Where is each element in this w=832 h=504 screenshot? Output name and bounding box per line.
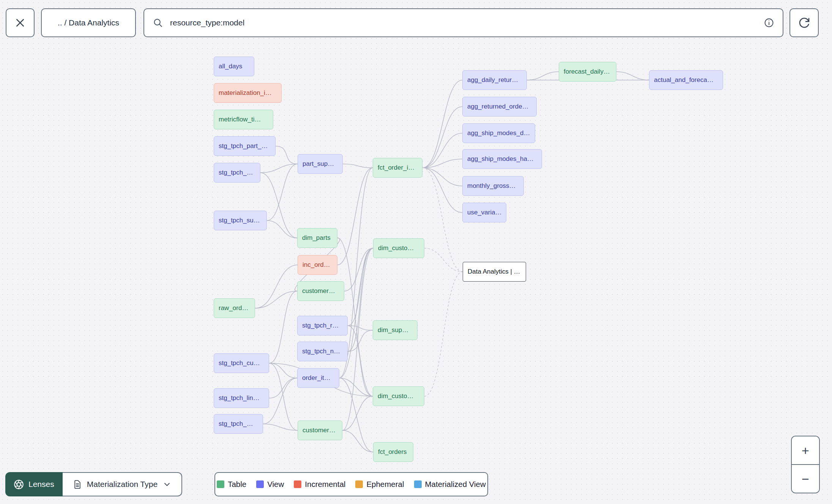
graph-node-stg_tpch_a[interactable]: stg_tpch_…: [214, 163, 260, 183]
edge-stg_tpch_su-to-part_sup: [267, 164, 298, 220]
edge-stg_tpch_cu-to-customer_b: [269, 363, 298, 430]
edge-part_sup-to-fct_order_i: [343, 164, 373, 168]
legend-label: Incremental: [305, 480, 345, 489]
zoom-in-button[interactable]: +: [792, 436, 819, 465]
lens-selected-label: Materialization Type: [87, 480, 158, 489]
graph-node-dim_custo_a[interactable]: dim_custo…: [373, 238, 424, 258]
graph-node-stg_tpch_lin[interactable]: stg_tpch_lin…: [214, 388, 269, 408]
legend-item-table: Table: [217, 480, 246, 489]
edge-fct_order_i-to-use_varia: [422, 168, 462, 213]
edge-stg_tpch_part-to-part_sup: [276, 146, 298, 164]
graph-node-raw_ord[interactable]: raw_ord…: [214, 298, 255, 318]
legend-item-view: View: [256, 480, 284, 489]
legend-item-incremental: Incremental: [294, 480, 345, 489]
legend: TableViewIncrementalEphemeralMaterialize…: [214, 472, 488, 496]
lens-selector[interactable]: Materialization Type: [63, 472, 182, 496]
legend-label: Table: [228, 480, 246, 489]
legend-item-ephemeral: Ephemeral: [355, 480, 404, 489]
edge-fct_order_i-to-exposure_node: [422, 168, 463, 272]
chevron-down-icon: [162, 480, 172, 489]
zoom-controls: + −: [791, 436, 820, 493]
edge-stg_tpch_su-to-dim_parts: [267, 220, 297, 238]
graph-node-inc_ord[interactable]: inc_ord…: [298, 255, 337, 275]
document-icon: [72, 480, 82, 489]
legend-swatch: [294, 480, 301, 488]
graph-node-customer_b[interactable]: customer…: [298, 421, 342, 440]
edge-stg_tpch_n-to-dim_sup: [348, 330, 373, 351]
graph-node-use_varia[interactable]: use_varia…: [462, 203, 506, 222]
legend-label: Materialized View: [425, 480, 486, 489]
legend-label: View: [267, 480, 284, 489]
graph-node-stg_tpch_n[interactable]: stg_tpch_n…: [297, 342, 348, 361]
graph-node-agg_returned[interactable]: agg_returned_orde…: [462, 97, 537, 117]
edge-agg_daily-to-forecast_daily: [527, 72, 559, 80]
edge-fct_order_i-to-monthly_gross: [422, 168, 462, 186]
legend-item-materialized-view: Materialized View: [414, 480, 486, 489]
graph-node-monthly_gross[interactable]: monthly_gross…: [462, 176, 524, 196]
edge-order_it-to-fct_orders: [339, 378, 373, 452]
edge-stg_tpch_r-to-dim_custo_b: [348, 326, 373, 396]
graph-node-actual_and[interactable]: actual_and_foreca…: [649, 70, 723, 90]
edge-customer_a-to-dim_custo_a: [344, 248, 373, 291]
legend-swatch: [217, 480, 224, 488]
edge-raw_ord-to-inc_ord: [255, 265, 298, 308]
graph-node-part_sup[interactable]: part_sup…: [298, 154, 343, 174]
graph-node-metricflow_ti[interactable]: metricflow_ti…: [214, 110, 273, 129]
edge-fct_order_i-to-agg_returned: [422, 107, 462, 168]
graph-node-order_it[interactable]: order_it…: [297, 368, 339, 388]
graph-node-stg_tpch_b[interactable]: stg_tpch_…: [214, 414, 263, 434]
edge-raw_ord-to-customer_a: [255, 291, 297, 308]
graph-node-exposure_node[interactable]: Data Analytics | …: [463, 262, 526, 282]
graph-node-agg_ship_d[interactable]: agg_ship_modes_d…: [462, 123, 535, 143]
edge-customer_b-to-dim_custo_b: [342, 396, 373, 430]
edge-customer_b-to-fct_orders: [342, 430, 373, 452]
graph-node-all_days[interactable]: all_days: [214, 57, 254, 76]
legend-label: Ephemeral: [366, 480, 404, 489]
edge-forecast_daily-to-actual_and: [616, 72, 649, 80]
lenses-label: Lenses: [28, 480, 54, 489]
graph-node-customer_a[interactable]: customer…: [297, 281, 344, 301]
aperture-icon: [14, 479, 24, 490]
graph-node-agg_daily[interactable]: agg_daily_retur…: [462, 70, 527, 90]
edge-fct_order_i-to-agg_daily: [422, 80, 462, 168]
graph-node-dim_custo_b[interactable]: dim_custo…: [373, 386, 424, 406]
edge-stg_tpch_a-to-part_sup: [260, 164, 298, 173]
graph-node-dim_parts[interactable]: dim_parts: [297, 228, 337, 248]
graph-node-fct_orders[interactable]: fct_orders: [373, 442, 413, 462]
edge-customer_b-to-dim_custo_a: [342, 248, 373, 430]
zoom-out-button[interactable]: −: [792, 465, 819, 493]
graph-node-stg_tpch_su[interactable]: stg_tpch_su…: [214, 211, 267, 230]
edge-dim_custo_b-to-exposure_node: [424, 272, 463, 396]
graph-node-fct_order_i[interactable]: fct_order_i…: [373, 158, 422, 178]
graph-node-agg_ship_ha[interactable]: agg_ship_modes_ha…: [462, 149, 542, 169]
legend-swatch: [256, 480, 264, 488]
graph-node-stg_tpch_r[interactable]: stg_tpch_r…: [297, 316, 348, 335]
graph-node-stg_tpch_part[interactable]: stg_tpch_part_…: [214, 136, 276, 156]
graph-node-stg_tpch_cu[interactable]: stg_tpch_cu…: [214, 353, 269, 373]
graph-node-dim_sup[interactable]: dim_sup…: [373, 320, 418, 340]
graph-node-materialization_i[interactable]: materialization_i…: [214, 83, 282, 103]
graph-node-forecast_daily[interactable]: forecast_daily…: [559, 62, 616, 82]
legend-swatch: [355, 480, 363, 488]
edge-dim_custo_a-to-exposure_node: [424, 248, 463, 272]
edge-fct_order_i-to-agg_ship_d: [422, 133, 462, 168]
legend-swatch: [414, 480, 422, 488]
lenses-button[interactable]: Lenses: [5, 472, 63, 496]
lenses-group: Lenses Materialization Type: [5, 472, 182, 496]
